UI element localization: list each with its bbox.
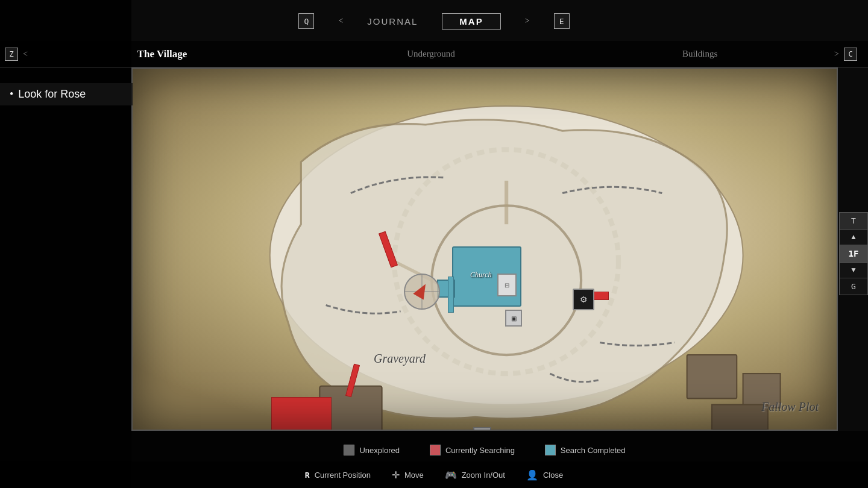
- legend-unexplored: Unexplored: [344, 445, 400, 455]
- next-tab-arrow: >: [834, 49, 839, 59]
- tab-underground[interactable]: Underground: [297, 49, 565, 59]
- ctrl-zoom-label: Zoom In/Out: [462, 471, 505, 480]
- map-frame: Church Graveyard Fallow Plot ⊟ ▣: [131, 67, 838, 431]
- floor-down-button[interactable]: ▼: [840, 263, 867, 278]
- tab-village[interactable]: The Village: [28, 48, 297, 60]
- ctrl-move-label: Move: [404, 471, 424, 480]
- bottom-controls: R Current Position ✛ Move 🎮 Zoom In/Out …: [0, 461, 868, 488]
- map-container: Church Graveyard Fallow Plot ⊟ ▣: [131, 67, 868, 431]
- quest-bullet: •: [10, 88, 13, 101]
- journal-tab[interactable]: JOURNAL: [367, 16, 418, 27]
- floor-1f-indicator: 1F: [840, 245, 867, 263]
- ctrl-close-label: Close: [543, 471, 563, 480]
- legend-bar: Unexplored Currently Searching Search Co…: [131, 439, 838, 461]
- legend-searching: Currently Searching: [430, 445, 515, 455]
- lift-icon-1: ⊟: [497, 274, 517, 296]
- map-icon-1[interactable]: ⚙: [573, 289, 594, 310]
- quest-text: Look for Rose: [18, 88, 86, 101]
- ctrl-zoom: 🎮 Zoom In/Out: [445, 469, 505, 481]
- church-col: [448, 277, 454, 313]
- legend-completed-label: Search Completed: [561, 446, 626, 455]
- tab-nav: Z < The Village Underground Buildings > …: [0, 41, 868, 67]
- church-label: Church: [470, 271, 492, 280]
- floor-g-key[interactable]: G: [840, 278, 867, 295]
- legend-completed-box: [545, 445, 556, 455]
- legend-unexplored-box: [344, 445, 354, 455]
- map-tab[interactable]: MAP: [442, 13, 500, 30]
- svg-rect-5: [687, 355, 737, 398]
- ctrl-position-key: R: [305, 471, 310, 480]
- ctrl-close-icon: 👤: [526, 469, 538, 481]
- floor-panel: T ▲ 1F ▼ G: [839, 212, 868, 295]
- fallow-label: Fallow Plot: [761, 400, 819, 414]
- graveyard-label: Graveyard: [374, 352, 426, 366]
- ctrl-move: ✛ Move: [392, 469, 424, 481]
- prev-nav-arrow: <: [338, 16, 343, 26]
- floor-up-button[interactable]: ▲: [840, 230, 867, 245]
- svg-rect-7: [712, 405, 768, 430]
- left-panel: [0, 0, 131, 488]
- top-nav: Q < JOURNAL MAP > E: [0, 0, 868, 42]
- tab-buildings[interactable]: Buildings: [565, 49, 834, 59]
- ctrl-position: R Current Position: [305, 471, 371, 480]
- prev-nav-key[interactable]: Q: [298, 13, 314, 29]
- ctrl-position-label: Current Position: [315, 471, 371, 480]
- ctrl-close: 👤 Close: [526, 469, 563, 481]
- player-position-marker: [404, 274, 440, 310]
- red-block-1: [271, 397, 332, 431]
- compass-arrow: [413, 281, 430, 299]
- legend-searching-label: Currently Searching: [445, 446, 515, 455]
- legend-searching-box: [430, 445, 441, 455]
- next-tab-key[interactable]: C: [844, 48, 857, 61]
- legend-unexplored-label: Unexplored: [359, 446, 400, 455]
- legend-completed: Search Completed: [545, 445, 626, 455]
- floor-t-key[interactable]: T: [840, 213, 867, 230]
- prev-tab-arrow: <: [23, 49, 28, 59]
- next-nav-key[interactable]: E: [554, 13, 570, 29]
- quest-label: • Look for Rose: [0, 83, 133, 105]
- ctrl-zoom-icon: 🎮: [445, 469, 457, 481]
- chest-icon-1: ▣: [505, 310, 522, 327]
- next-nav-arrow: >: [525, 16, 530, 26]
- ctrl-move-icon: ✛: [392, 469, 400, 481]
- prev-tab-key[interactable]: Z: [5, 48, 18, 61]
